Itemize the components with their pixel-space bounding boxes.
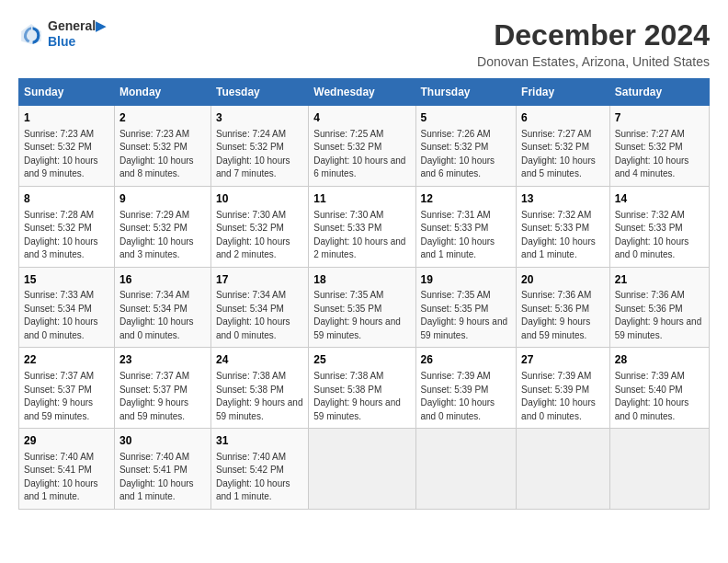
day-cell: 26Sunrise: 7:39 AM Sunset: 5:39 PM Dayli… bbox=[415, 348, 517, 429]
day-number: 18 bbox=[313, 272, 410, 288]
day-number: 24 bbox=[216, 352, 303, 368]
day-info: Sunrise: 7:40 AM Sunset: 5:42 PM Dayligh… bbox=[216, 451, 303, 504]
day-cell: 31Sunrise: 7:40 AM Sunset: 5:42 PM Dayli… bbox=[210, 429, 308, 510]
day-number: 8 bbox=[24, 191, 109, 207]
col-header-wednesday: Wednesday bbox=[309, 79, 415, 106]
day-number: 19 bbox=[421, 272, 512, 288]
day-number: 1 bbox=[24, 110, 109, 126]
logo-text: General▶ Blue bbox=[48, 18, 106, 50]
day-cell: 27Sunrise: 7:39 AM Sunset: 5:39 PM Dayli… bbox=[517, 348, 610, 429]
day-number: 14 bbox=[615, 191, 704, 207]
day-number: 16 bbox=[119, 272, 206, 288]
day-cell: 10Sunrise: 7:30 AM Sunset: 5:32 PM Dayli… bbox=[210, 186, 308, 267]
col-header-sunday: Sunday bbox=[19, 79, 115, 106]
day-cell: 30Sunrise: 7:40 AM Sunset: 5:41 PM Dayli… bbox=[114, 429, 210, 510]
day-cell bbox=[309, 429, 415, 510]
day-number: 20 bbox=[521, 272, 605, 288]
logo-icon bbox=[18, 21, 44, 47]
day-cell: 29Sunrise: 7:40 AM Sunset: 5:41 PM Dayli… bbox=[19, 429, 115, 510]
day-cell: 16Sunrise: 7:34 AM Sunset: 5:34 PM Dayli… bbox=[114, 267, 210, 348]
day-number: 29 bbox=[24, 433, 109, 449]
logo: General▶ Blue bbox=[18, 18, 106, 50]
day-info: Sunrise: 7:30 AM Sunset: 5:33 PM Dayligh… bbox=[313, 209, 410, 262]
day-cell bbox=[415, 429, 517, 510]
day-info: Sunrise: 7:29 AM Sunset: 5:32 PM Dayligh… bbox=[119, 209, 206, 262]
day-cell: 6Sunrise: 7:27 AM Sunset: 5:32 PM Daylig… bbox=[517, 106, 610, 187]
day-info: Sunrise: 7:26 AM Sunset: 5:32 PM Dayligh… bbox=[421, 128, 512, 181]
day-cell bbox=[517, 429, 610, 510]
day-info: Sunrise: 7:34 AM Sunset: 5:34 PM Dayligh… bbox=[119, 289, 206, 342]
day-cell: 15Sunrise: 7:33 AM Sunset: 5:34 PM Dayli… bbox=[19, 267, 115, 348]
col-header-friday: Friday bbox=[517, 79, 610, 106]
day-number: 11 bbox=[313, 191, 410, 207]
week-row-4: 22Sunrise: 7:37 AM Sunset: 5:37 PM Dayli… bbox=[19, 348, 710, 429]
day-cell: 25Sunrise: 7:38 AM Sunset: 5:38 PM Dayli… bbox=[309, 348, 415, 429]
day-info: Sunrise: 7:36 AM Sunset: 5:36 PM Dayligh… bbox=[615, 289, 704, 342]
day-info: Sunrise: 7:36 AM Sunset: 5:36 PM Dayligh… bbox=[521, 289, 605, 342]
day-info: Sunrise: 7:38 AM Sunset: 5:38 PM Dayligh… bbox=[216, 370, 303, 423]
day-info: Sunrise: 7:27 AM Sunset: 5:32 PM Dayligh… bbox=[615, 128, 704, 181]
day-info: Sunrise: 7:37 AM Sunset: 5:37 PM Dayligh… bbox=[24, 370, 109, 423]
day-info: Sunrise: 7:39 AM Sunset: 5:39 PM Dayligh… bbox=[421, 370, 512, 423]
day-number: 21 bbox=[615, 272, 704, 288]
day-number: 6 bbox=[521, 110, 605, 126]
day-number: 27 bbox=[521, 352, 605, 368]
day-number: 17 bbox=[216, 272, 303, 288]
day-info: Sunrise: 7:38 AM Sunset: 5:38 PM Dayligh… bbox=[313, 370, 410, 423]
day-cell: 4Sunrise: 7:25 AM Sunset: 5:32 PM Daylig… bbox=[309, 106, 415, 187]
week-row-3: 15Sunrise: 7:33 AM Sunset: 5:34 PM Dayli… bbox=[19, 267, 710, 348]
calendar-subtitle: Donovan Estates, Arizona, United States bbox=[477, 54, 710, 69]
day-cell: 24Sunrise: 7:38 AM Sunset: 5:38 PM Dayli… bbox=[210, 348, 308, 429]
day-info: Sunrise: 7:24 AM Sunset: 5:32 PM Dayligh… bbox=[216, 128, 303, 181]
day-info: Sunrise: 7:40 AM Sunset: 5:41 PM Dayligh… bbox=[119, 451, 206, 504]
day-info: Sunrise: 7:25 AM Sunset: 5:32 PM Dayligh… bbox=[313, 128, 410, 181]
day-cell: 12Sunrise: 7:31 AM Sunset: 5:33 PM Dayli… bbox=[415, 186, 517, 267]
day-number: 22 bbox=[24, 352, 109, 368]
week-row-2: 8Sunrise: 7:28 AM Sunset: 5:32 PM Daylig… bbox=[19, 186, 710, 267]
day-info: Sunrise: 7:30 AM Sunset: 5:32 PM Dayligh… bbox=[216, 209, 303, 262]
day-number: 28 bbox=[615, 352, 704, 368]
calendar-title: December 2024 bbox=[477, 18, 710, 52]
calendar-table: SundayMondayTuesdayWednesdayThursdayFrid… bbox=[18, 78, 710, 510]
day-info: Sunrise: 7:28 AM Sunset: 5:32 PM Dayligh… bbox=[24, 209, 109, 262]
calendar-header-row: SundayMondayTuesdayWednesdayThursdayFrid… bbox=[19, 79, 710, 106]
day-cell: 7Sunrise: 7:27 AM Sunset: 5:32 PM Daylig… bbox=[609, 106, 709, 187]
calendar-body: 1Sunrise: 7:23 AM Sunset: 5:32 PM Daylig… bbox=[19, 106, 710, 510]
col-header-saturday: Saturday bbox=[609, 79, 709, 106]
col-header-monday: Monday bbox=[114, 79, 210, 106]
day-cell: 28Sunrise: 7:39 AM Sunset: 5:40 PM Dayli… bbox=[609, 348, 709, 429]
day-cell: 8Sunrise: 7:28 AM Sunset: 5:32 PM Daylig… bbox=[19, 186, 115, 267]
day-number: 30 bbox=[119, 433, 206, 449]
day-number: 10 bbox=[216, 191, 303, 207]
day-info: Sunrise: 7:33 AM Sunset: 5:34 PM Dayligh… bbox=[24, 289, 109, 342]
day-info: Sunrise: 7:35 AM Sunset: 5:35 PM Dayligh… bbox=[313, 289, 410, 342]
day-info: Sunrise: 7:32 AM Sunset: 5:33 PM Dayligh… bbox=[615, 209, 704, 262]
day-info: Sunrise: 7:32 AM Sunset: 5:33 PM Dayligh… bbox=[521, 209, 605, 262]
day-cell: 9Sunrise: 7:29 AM Sunset: 5:32 PM Daylig… bbox=[114, 186, 210, 267]
day-number: 25 bbox=[313, 352, 410, 368]
day-number: 7 bbox=[615, 110, 704, 126]
day-cell bbox=[609, 429, 709, 510]
day-info: Sunrise: 7:40 AM Sunset: 5:41 PM Dayligh… bbox=[24, 451, 109, 504]
day-cell: 1Sunrise: 7:23 AM Sunset: 5:32 PM Daylig… bbox=[19, 106, 115, 187]
day-number: 9 bbox=[119, 191, 206, 207]
day-number: 3 bbox=[216, 110, 303, 126]
header: General▶ Blue December 2024 Donovan Esta… bbox=[18, 18, 710, 69]
day-info: Sunrise: 7:31 AM Sunset: 5:33 PM Dayligh… bbox=[421, 209, 512, 262]
col-header-thursday: Thursday bbox=[415, 79, 517, 106]
day-info: Sunrise: 7:27 AM Sunset: 5:32 PM Dayligh… bbox=[521, 128, 605, 181]
day-cell: 11Sunrise: 7:30 AM Sunset: 5:33 PM Dayli… bbox=[309, 186, 415, 267]
week-row-5: 29Sunrise: 7:40 AM Sunset: 5:41 PM Dayli… bbox=[19, 429, 710, 510]
day-cell: 21Sunrise: 7:36 AM Sunset: 5:36 PM Dayli… bbox=[609, 267, 709, 348]
day-number: 2 bbox=[119, 110, 206, 126]
day-number: 5 bbox=[421, 110, 512, 126]
day-info: Sunrise: 7:37 AM Sunset: 5:37 PM Dayligh… bbox=[119, 370, 206, 423]
title-area: December 2024 Donovan Estates, Arizona, … bbox=[477, 18, 710, 69]
day-info: Sunrise: 7:23 AM Sunset: 5:32 PM Dayligh… bbox=[24, 128, 109, 181]
day-cell: 2Sunrise: 7:23 AM Sunset: 5:32 PM Daylig… bbox=[114, 106, 210, 187]
day-cell: 20Sunrise: 7:36 AM Sunset: 5:36 PM Dayli… bbox=[517, 267, 610, 348]
day-cell: 23Sunrise: 7:37 AM Sunset: 5:37 PM Dayli… bbox=[114, 348, 210, 429]
day-info: Sunrise: 7:35 AM Sunset: 5:35 PM Dayligh… bbox=[421, 289, 512, 342]
day-cell: 18Sunrise: 7:35 AM Sunset: 5:35 PM Dayli… bbox=[309, 267, 415, 348]
day-info: Sunrise: 7:39 AM Sunset: 5:39 PM Dayligh… bbox=[521, 370, 605, 423]
